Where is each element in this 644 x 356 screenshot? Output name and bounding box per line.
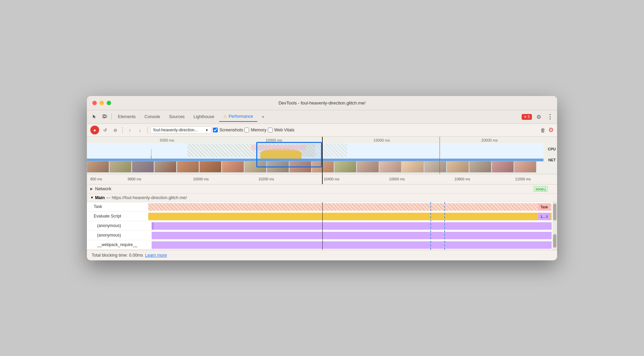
marker-5000: 5000 ms xyxy=(160,138,174,142)
tab-performance[interactable]: ⚠ Performance xyxy=(219,112,257,122)
main-label: Main xyxy=(95,195,105,200)
ms-800: 800 ms xyxy=(90,177,102,181)
screenshot-12 xyxy=(334,161,356,173)
timeline-detail: 800 ms 9800 ms 10000 ms 10200 ms 10400 m… xyxy=(87,174,557,184)
clear-recording-button[interactable]: 🗑 xyxy=(540,127,546,133)
timeline-overview[interactable]: 5000 ms 10000 ms 15000 ms 20000 ms CPU N… xyxy=(87,137,557,174)
screenshot-18 xyxy=(469,161,491,173)
tab-console-label: Console xyxy=(144,114,160,119)
url-selector[interactable]: foul-heavenly-direction... ▼ xyxy=(150,126,212,134)
record-button[interactable]: ● xyxy=(90,126,99,134)
ms-9800: 9800 ms xyxy=(128,177,141,181)
screenshots-checkbox[interactable] xyxy=(213,128,218,132)
tab-bar: Elements Console Sources Lighthouse ⚠ Pe… xyxy=(87,110,557,124)
dropdown-arrow-icon: ▼ xyxy=(205,128,209,132)
screenshots-checkbox-label[interactable]: Screenshots xyxy=(213,128,243,132)
screenshot-6 xyxy=(199,161,221,173)
tab-elements[interactable]: Elements xyxy=(114,112,140,121)
inspect-mode-button[interactable] xyxy=(90,112,99,122)
tab-divider-1 xyxy=(111,113,112,120)
flame-row-evaluate: Evaluate Script L…t xyxy=(87,212,557,221)
stop-button[interactable]: ⊘ xyxy=(111,126,120,134)
evaluate-bar xyxy=(148,213,552,220)
upload-button[interactable]: ↑ xyxy=(125,126,134,134)
perf-toolbar: ● ↺ ⊘ ↑ ↓ foul-heavenly-direction... ▼ S… xyxy=(87,124,557,137)
tab-more[interactable]: » xyxy=(258,112,269,121)
anon1-label: (anonymous) xyxy=(87,221,148,230)
more-options-button[interactable]: ⋮ xyxy=(546,113,554,120)
main-url: https://foul-heavenly-direction.glitch.m… xyxy=(112,195,187,200)
task-stripe xyxy=(148,203,552,211)
screenshot-7 xyxy=(222,161,244,173)
flame-row-webpack: __webpack_require__ xyxy=(87,240,557,250)
scrollbar-vertical[interactable] xyxy=(552,202,557,250)
soop-label: soop.j xyxy=(536,187,546,191)
anon2-bar xyxy=(152,232,552,239)
webvitals-checkbox[interactable] xyxy=(268,128,273,132)
flame-row-task: Task Task xyxy=(87,202,557,212)
marker-20000: 20000 ms xyxy=(481,138,498,142)
main-expand-icon: ▼ xyxy=(90,196,94,199)
tab-console[interactable]: Console xyxy=(140,112,164,121)
timeline-overview-markers: 5000 ms 10000 ms 15000 ms 20000 ms xyxy=(114,138,543,142)
network-section-header[interactable]: ▶ Network soop.j xyxy=(87,184,557,194)
error-count: 5 xyxy=(528,115,530,119)
performance-warning-icon: ⚠ xyxy=(223,114,227,119)
screenshot-4 xyxy=(154,161,177,173)
toolbar-divider-2 xyxy=(147,127,148,133)
screenshot-14 xyxy=(379,161,401,173)
devtools-window: DevTools - foul-heavenly-direction.glitc… xyxy=(87,96,557,260)
screenshot-5 xyxy=(177,161,199,173)
learn-more-link[interactable]: Learn more xyxy=(145,253,167,258)
scrollbar-thumb-2[interactable] xyxy=(553,234,556,248)
evaluate-label: Evaluate Script xyxy=(87,211,148,221)
tab-lighthouse-label: Lighthouse xyxy=(194,114,214,119)
timeline-cursor xyxy=(322,137,323,174)
screenshot-1 xyxy=(87,161,109,173)
settings-button[interactable]: ⚙ xyxy=(534,112,543,122)
memory-checkbox-label[interactable]: Memory xyxy=(244,128,266,132)
screenshot-2 xyxy=(109,161,132,173)
traffic-lights xyxy=(92,101,111,105)
marker-15000: 15000 ms xyxy=(373,138,390,142)
timeline-selection-box[interactable] xyxy=(256,142,322,167)
scrollbar-thumb[interactable] xyxy=(553,204,556,221)
reload-record-button[interactable]: ↺ xyxy=(101,126,109,134)
titlebar: DevTools - foul-heavenly-direction.glitc… xyxy=(87,96,557,110)
screenshot-16 xyxy=(424,161,446,173)
detail-cursor xyxy=(322,174,323,184)
memory-checkbox[interactable] xyxy=(244,128,249,132)
perf-toolbar-right: 🗑 ⚙ xyxy=(540,126,554,134)
tab-more-label: » xyxy=(262,114,264,119)
net-label: NET xyxy=(548,158,556,162)
task-label: Task xyxy=(87,202,148,211)
anon1-bar xyxy=(152,222,552,230)
soop-badge: soop.j xyxy=(534,186,548,192)
webvitals-label: Web Vitals xyxy=(274,128,294,132)
webvitals-checkbox-label[interactable]: Web Vitals xyxy=(268,128,294,132)
flame-row-anon1: (anonymous) xyxy=(87,221,557,231)
cursor-icon xyxy=(92,114,97,119)
anon1-indent xyxy=(152,222,154,230)
screenshots-label: Screenshots xyxy=(219,128,243,132)
download-button[interactable]: ↓ xyxy=(136,126,144,134)
close-button[interactable] xyxy=(92,101,97,105)
ms-10400: 10400 ms xyxy=(324,177,339,181)
marker-10000: 10000 ms xyxy=(266,138,282,142)
maximize-button[interactable] xyxy=(107,101,111,105)
screenshot-15 xyxy=(402,161,424,173)
url-text: foul-heavenly-direction... xyxy=(153,128,198,132)
webpack-bar xyxy=(152,241,552,249)
capture-settings-button[interactable]: ⚙ xyxy=(548,126,554,134)
ms-11000: 11000 ms xyxy=(515,177,531,181)
device-toolbar-button[interactable] xyxy=(100,112,109,122)
tab-lighthouse[interactable]: Lighthouse xyxy=(189,112,218,121)
flame-row-anon2: (anonymous) xyxy=(87,231,557,240)
toolbar-divider-1 xyxy=(122,127,123,133)
minimize-button[interactable] xyxy=(99,101,104,105)
main-section-header[interactable]: ▼ Main — https://foul-heavenly-direction… xyxy=(87,194,557,202)
network-expand-icon: ▶ xyxy=(90,187,93,191)
ms-10200: 10200 ms xyxy=(258,177,274,181)
tab-sources[interactable]: Sources xyxy=(165,112,189,121)
main-dash: — xyxy=(106,195,110,200)
